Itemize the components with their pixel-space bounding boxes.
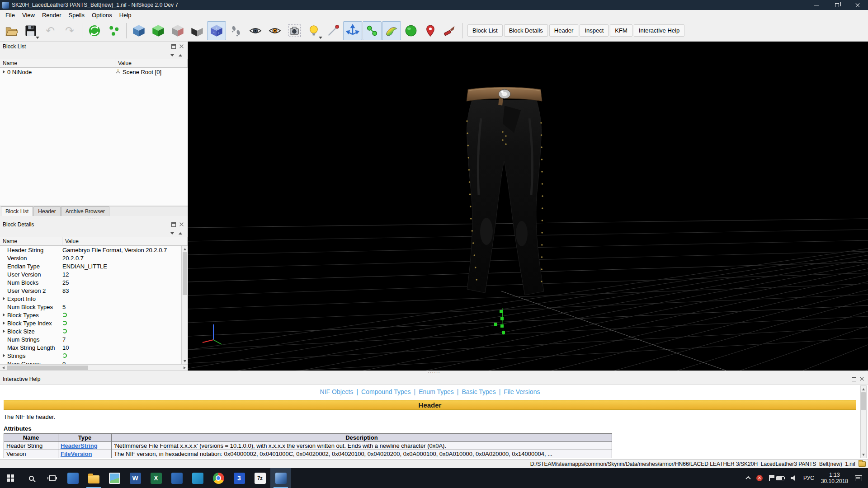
tree-row[interactable]: User Version 283: [0, 286, 181, 295]
open-file-icon[interactable]: [2, 21, 21, 40]
cube-split-icon[interactable]: [188, 21, 207, 40]
close-panel-icon[interactable]: [859, 376, 865, 382]
chevron-down-icon[interactable]: [170, 232, 174, 235]
show-hidden-eye-icon[interactable]: [246, 21, 265, 40]
help-link-file-versions[interactable]: File Versions: [504, 388, 540, 395]
undo-icon[interactable]: ↶: [41, 21, 60, 40]
tree-row[interactable]: Version20.2.0.7: [0, 254, 181, 262]
restore-button[interactable]: [826, 0, 847, 10]
expand-arrow-icon[interactable]: [0, 70, 7, 74]
close-button[interactable]: [847, 0, 868, 10]
search-button[interactable]: [21, 468, 42, 488]
toolbar-button-kfm[interactable]: KFM: [610, 24, 632, 37]
taskbar-app-nifskope-taskbar-icon[interactable]: [270, 468, 291, 488]
scroll-left-icon[interactable]: [0, 365, 6, 371]
cube-gray-icon[interactable]: [168, 21, 187, 40]
toolbar-button-inspect[interactable]: Inspect: [580, 24, 609, 37]
vertical-scrollbar[interactable]: [860, 385, 867, 458]
language-indicator[interactable]: РУС: [800, 468, 817, 488]
screenshot-icon[interactable]: [285, 21, 304, 40]
column-header-name[interactable]: Name: [0, 59, 115, 67]
expand-arrow-icon[interactable]: [0, 313, 7, 317]
draw-textures-icon[interactable]: [382, 21, 401, 40]
chevron-down-icon[interactable]: [170, 54, 174, 56]
expand-arrow-icon[interactable]: [0, 354, 7, 357]
menu-help[interactable]: Help: [116, 11, 135, 19]
tab-header[interactable]: Header: [33, 206, 60, 216]
scroll-up-icon[interactable]: [182, 246, 188, 252]
menu-view[interactable]: View: [19, 11, 38, 19]
help-splitter[interactable]: [0, 371, 868, 374]
scrollbar-thumb[interactable]: [861, 392, 866, 410]
horizontal-scrollbar[interactable]: [0, 364, 188, 371]
lighting-bulb-icon[interactable]: [304, 21, 323, 40]
needle-icon[interactable]: [324, 21, 343, 40]
float-panel-icon[interactable]: [851, 376, 857, 382]
toolbar-button-interactive-help[interactable]: Interactive Help: [634, 24, 684, 37]
textured-cube-icon[interactable]: [207, 21, 226, 40]
vertical-scrollbar[interactable]: [181, 246, 188, 364]
column-header-name[interactable]: Name: [0, 237, 62, 245]
location-pin-icon[interactable]: [421, 21, 440, 40]
taskbar-app-excel-icon[interactable]: X: [146, 468, 166, 488]
scroll-right-icon[interactable]: [181, 365, 188, 371]
volume-tray-icon[interactable]: [788, 468, 800, 488]
chevron-up-icon[interactable]: [179, 54, 182, 56]
float-panel-icon[interactable]: [170, 221, 177, 228]
tree-row[interactable]: Endian TypeENDIAN_LITTLE: [0, 262, 181, 270]
help-link-enum-types[interactable]: Enum Types: [419, 388, 454, 395]
tree-row[interactable]: Block Type Index: [0, 319, 181, 327]
scroll-down-icon[interactable]: [861, 451, 866, 458]
scrollbar-thumb[interactable]: [183, 252, 187, 295]
tree-row[interactable]: User Version12: [0, 270, 181, 278]
taskbar-app-app-blue-icon[interactable]: [62, 468, 83, 488]
block-details-tree[interactable]: Header StringGamebryo File Format, Versi…: [0, 246, 181, 364]
taskbar-app-chrome-icon[interactable]: [208, 468, 229, 488]
green-sphere-icon[interactable]: [401, 21, 420, 40]
help-link-nif-objects[interactable]: NIF Objects: [320, 388, 354, 395]
hidden-icons-button[interactable]: [743, 468, 753, 488]
scrollbar-thumb[interactable]: [7, 366, 88, 370]
toolbar-button-block-details[interactable]: Block Details: [504, 24, 548, 37]
cube-green-icon[interactable]: [149, 21, 168, 40]
close-panel-icon[interactable]: [179, 221, 185, 228]
tree-row[interactable]: 0 NiNodeScene Root [0]: [0, 68, 188, 76]
notification-center-button[interactable]: [852, 468, 865, 488]
column-header-value[interactable]: Value: [62, 237, 188, 245]
scroll-down-icon[interactable]: [182, 358, 188, 364]
toolbar-button-header[interactable]: Header: [549, 24, 579, 37]
show-nodes-icon[interactable]: [363, 21, 382, 40]
menu-render[interactable]: Render: [38, 11, 65, 19]
tree-row[interactable]: Header StringGamebryo File Format, Versi…: [0, 246, 181, 254]
tree-row[interactable]: Block Types: [0, 311, 181, 319]
tree-row[interactable]: Num Blocks25: [0, 278, 181, 286]
help-link-compound-types[interactable]: Compound Types: [361, 388, 410, 395]
pants-model[interactable]: [466, 87, 544, 295]
taskbar-app-app-3-icon[interactable]: 3: [229, 468, 250, 488]
battery-tray-icon[interactable]: [773, 468, 788, 488]
tree-row[interactable]: Num Block Types5: [0, 303, 181, 311]
menu-file[interactable]: File: [2, 11, 19, 19]
attr-type-link[interactable]: HeaderString: [61, 442, 98, 449]
dock-splitter[interactable]: [0, 216, 188, 220]
taskbar-app-app-blue3-icon[interactable]: [187, 468, 208, 488]
reset-view-icon[interactable]: [85, 21, 104, 40]
tree-row[interactable]: Export Info: [0, 295, 181, 303]
expand-arrow-icon[interactable]: [0, 321, 7, 325]
minimize-button[interactable]: [806, 0, 826, 10]
attr-type-link[interactable]: FileVersion: [61, 450, 92, 457]
menu-spells[interactable]: Spells: [65, 11, 88, 19]
clock[interactable]: 1:13 30.10.2018: [817, 472, 852, 484]
expand-arrow-icon[interactable]: [0, 329, 7, 333]
file-icon[interactable]: [859, 461, 866, 467]
redo-icon[interactable]: ↷: [60, 21, 79, 40]
show-axes-icon[interactable]: [343, 21, 362, 40]
block-details-column-header[interactable]: NameValue: [0, 237, 188, 246]
taskbar-app-sevenzip-icon[interactable]: 7z: [250, 468, 270, 488]
security-alert-tray-icon[interactable]: [753, 468, 766, 488]
tree-row[interactable]: Max String Length10: [0, 343, 181, 352]
menu-options[interactable]: Options: [88, 11, 116, 19]
taskbar-app-file-explorer-icon[interactable]: [83, 468, 104, 488]
footprints-icon[interactable]: [226, 21, 245, 40]
scroll-up-icon[interactable]: [861, 386, 866, 392]
